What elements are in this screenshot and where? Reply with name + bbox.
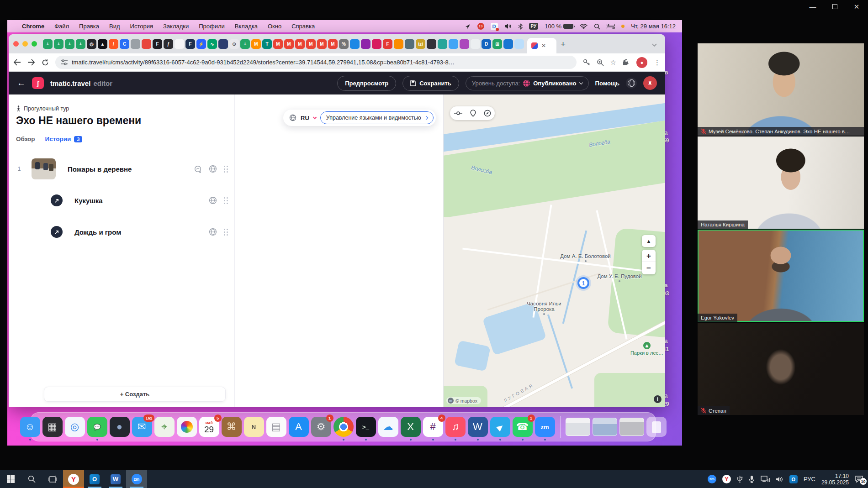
pinned-tab[interactable] [218, 39, 228, 49]
taskbar-yandex-browser[interactable]: Y [63, 470, 84, 488]
dock-icon-calendar[interactable]: МАЙ295 [199, 417, 219, 437]
taskbar-search-icon[interactable] [21, 470, 42, 488]
menu-item-профили[interactable]: Профили [199, 23, 225, 30]
pinned-tab[interactable]: ⊞ [492, 39, 502, 49]
pinned-tab[interactable] [361, 39, 370, 49]
pinned-tab[interactable]: M [295, 39, 305, 49]
network-icon[interactable] [761, 476, 770, 483]
drag-handle-icon[interactable] [224, 166, 228, 173]
globe-icon[interactable] [209, 165, 217, 173]
pinned-tab[interactable] [503, 39, 513, 49]
wifi-icon[interactable] [580, 24, 587, 29]
menu-item-справка[interactable]: Справка [291, 23, 315, 30]
app-d-icon[interactable]: D [491, 23, 498, 30]
taskbar-clock[interactable]: 17:10 29.05.2025 [821, 473, 849, 486]
pinned-tab[interactable]: izi [416, 39, 425, 49]
map-canvas[interactable]: Вологда Вологда Дом А. Е. Болотовой Дом … [443, 94, 665, 407]
dock-icon-appstore[interactable]: A [289, 417, 309, 437]
pinned-tab[interactable] [350, 39, 360, 49]
bluetooth-icon[interactable] [518, 23, 523, 30]
dock-icon-mail[interactable]: ✉162 [132, 417, 152, 437]
back-button[interactable] [13, 59, 21, 66]
chevron-down-icon[interactable] [313, 115, 317, 119]
add-location-icon[interactable] [194, 165, 202, 173]
task-view-icon[interactable] [42, 470, 63, 488]
usb-icon[interactable] [737, 475, 743, 483]
story-title[interactable]: Дождь и гром [74, 228, 209, 236]
reload-button[interactable] [42, 59, 49, 66]
pinned-tab[interactable] [405, 39, 414, 49]
forward-button[interactable] [27, 59, 35, 66]
dock-icon-app-brown[interactable]: ⌘ [222, 417, 242, 437]
map-attribution[interactable]: m© mapbox [446, 397, 481, 404]
story-map-marker[interactable]: 1 [577, 277, 589, 289]
speaker-icon[interactable] [776, 476, 783, 483]
minimize-button[interactable]: — [808, 3, 818, 11]
story-row[interactable]: 1 Пожары в деревне [9, 156, 228, 182]
zoom-out-button[interactable]: − [642, 262, 656, 274]
access-level-dropdown[interactable]: Уровень доступа: Опубликовано [466, 76, 589, 90]
dock-icon-zoom[interactable]: zm [535, 417, 555, 437]
tray-zoom-icon[interactable]: zm [708, 475, 716, 483]
address-bar[interactable]: tmatic.travel/ru/cms/activity/89f63316-6… [55, 56, 577, 69]
pinned-tab[interactable]: M [317, 39, 327, 49]
maximize-button[interactable] [830, 3, 840, 11]
pinned-tab[interactable]: F [153, 39, 162, 49]
tray-outlook-icon[interactable]: O [789, 475, 798, 483]
pinned-tab[interactable]: ⚡ [196, 39, 206, 49]
minimized-window-preview[interactable] [619, 418, 644, 436]
menu-item-вкладка[interactable]: Вкладка [235, 23, 258, 30]
dock-icon-chrome[interactable] [333, 417, 354, 437]
story-title[interactable]: Пожары в деревне [68, 165, 194, 173]
tab-stories[interactable]: Истории 3 [45, 136, 83, 142]
pinned-tab[interactable] [471, 39, 480, 49]
story-thumbnail[interactable] [32, 158, 56, 179]
pinned-tab[interactable] [438, 39, 447, 49]
dock-icon-word[interactable]: W [468, 417, 488, 437]
globe-icon[interactable] [209, 228, 217, 236]
pinned-tab[interactable]: + [54, 39, 64, 49]
mic-icon[interactable] [749, 475, 755, 483]
taskbar-outlook[interactable]: O [84, 470, 105, 488]
pinned-tab[interactable]: F [185, 39, 195, 49]
pinned-tab[interactable] [175, 39, 184, 49]
participant-tile[interactable]: Степан [698, 323, 864, 415]
dock-icon-finder[interactable]: ☺ [20, 417, 40, 437]
save-button[interactable]: Сохранить [402, 76, 459, 91]
pinned-tab[interactable]: + [240, 39, 250, 49]
site-settings-icon[interactable] [61, 59, 68, 65]
pinned-tab[interactable]: ▲ [98, 39, 107, 49]
close-button[interactable]: ✕ [852, 3, 862, 11]
pinned-tab[interactable]: + [43, 39, 53, 49]
password-key-icon[interactable] [583, 59, 590, 66]
pinned-tab[interactable]: M [328, 39, 338, 49]
pinned-tab[interactable]: ∿ [207, 39, 217, 49]
taskbar-word[interactable]: W [105, 470, 126, 488]
location-icon[interactable] [465, 23, 471, 30]
pinned-tab[interactable] [142, 39, 151, 49]
url-text[interactable]: tmatic.travel/ru/cms/activity/89f63316-6… [72, 59, 455, 66]
pinned-tab[interactable]: ⊙ [229, 39, 239, 49]
pinned-tab[interactable]: ◎ [87, 39, 96, 49]
minimized-window-preview[interactable] [593, 418, 617, 436]
pinned-tab[interactable]: D [482, 39, 491, 49]
menu-item-закладки[interactable]: Закладки [163, 23, 189, 30]
pinned-tab[interactable]: F [383, 39, 392, 49]
input-language-chip[interactable]: РУ [529, 23, 539, 30]
pinned-tab[interactable] [460, 39, 469, 49]
menu-item-правка[interactable]: Правка [79, 23, 99, 30]
trash-icon[interactable] [646, 417, 667, 437]
pinned-tab[interactable]: ƒ [164, 39, 173, 49]
user-avatar[interactable]: ♜ [643, 76, 657, 90]
dock-icon-safari[interactable]: ◎ [65, 417, 85, 437]
pinned-tab[interactable] [427, 39, 436, 49]
language-selector[interactable]: RU [301, 115, 309, 121]
story-row[interactable]: Дождь и гром [9, 219, 228, 245]
dock-icon-onedrive[interactable]: ☁ [378, 417, 398, 437]
story-row[interactable]: Кукушка [9, 188, 228, 213]
bookmark-star-icon[interactable]: ☆ [610, 58, 616, 67]
dock-icon-slack[interactable]: #4 [423, 417, 443, 437]
chrome-profile-avatar[interactable]: ● [636, 57, 647, 68]
drag-handle-icon[interactable] [224, 197, 228, 204]
story-title[interactable]: Кукушка [74, 197, 209, 205]
